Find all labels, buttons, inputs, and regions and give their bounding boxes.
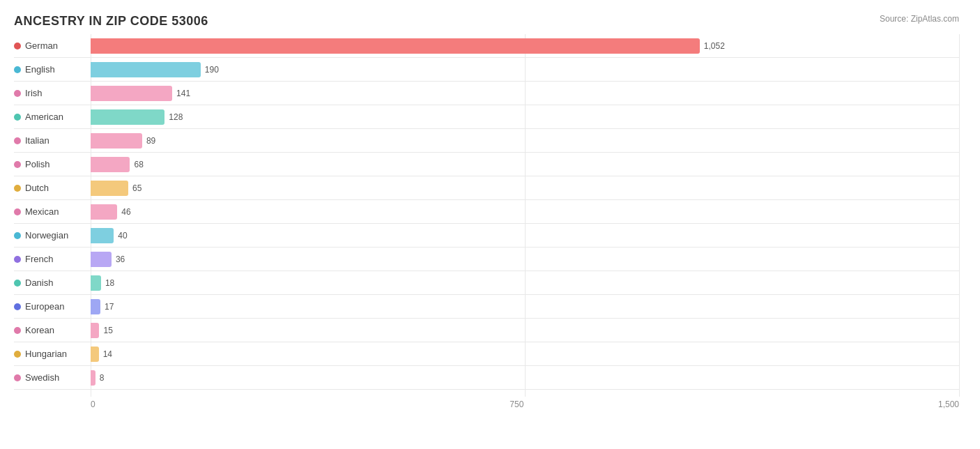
bar-track: 46 [91,204,959,220]
label-area: Danish [14,277,91,288]
label-area: Norwegian [14,230,91,241]
bar-row: Polish68 [14,153,959,176]
bar-value: 36 [116,254,125,264]
bar-label: Korean [25,325,54,335]
bar-label: European [25,301,64,312]
bar-label: Swedish [25,372,59,383]
bar-value: 18 [105,278,114,288]
bar-dot [14,185,21,192]
label-area: Mexican [14,206,91,217]
bar-row: Irish141 [14,82,959,105]
bar-value: 17 [105,302,114,312]
bar-row: European17 [14,295,959,319]
label-area: Hungarian [14,349,91,359]
bar-track: 128 [91,109,959,125]
bar-fill [91,252,112,267]
bar-track: 89 [91,133,959,149]
bar-row: American128 [14,105,959,129]
bar-fill [91,275,101,291]
bar-value: 15 [103,326,112,335]
x-axis-label: 750 [510,399,523,409]
bar-fill [91,133,142,149]
bar-fill [91,323,99,338]
label-area: Swedish [14,372,91,383]
bar-fill [91,109,164,125]
label-area: Dutch [14,183,91,193]
label-area: Italian [14,135,91,146]
bar-dot [14,90,21,97]
bar-track: 68 [91,157,959,172]
bar-track: 141 [91,86,959,101]
bar-row: Korean15 [14,319,959,342]
bar-dot [14,351,21,358]
label-area: German [14,40,91,51]
bar-fill [91,228,114,243]
bar-value: 40 [118,231,127,241]
x-axis: 07501,500 [14,399,959,409]
bar-track: 14 [91,347,959,362]
bar-fill [91,62,201,77]
bar-fill [91,347,99,362]
bar-track: 17 [91,299,959,314]
bar-dot [14,280,21,287]
bar-row: Dutch65 [14,176,959,200]
label-area: American [14,112,91,122]
bar-dot [14,327,21,334]
bar-label: English [25,64,55,75]
bar-value: 8 [100,373,105,383]
label-area: Korean [14,325,91,335]
label-area: Irish [14,88,91,98]
bar-row: Norwegian40 [14,224,959,248]
bar-track: 18 [91,275,959,291]
label-area: French [14,254,91,264]
bar-label: Hungarian [25,349,67,359]
bar-fill [91,204,117,220]
bar-chart: German1,052English190Irish141American128… [14,34,959,397]
bar-label: German [25,40,58,51]
bar-fill [91,299,100,314]
label-area: English [14,64,91,75]
bar-dot [14,43,21,50]
bar-value: 141 [176,89,190,98]
bar-row: French36 [14,248,959,271]
bar-dot [14,208,21,215]
bar-track: 65 [91,181,959,196]
bar-track: 8 [91,370,959,386]
bar-track: 1,052 [91,38,959,54]
bar-track: 36 [91,252,959,267]
bar-dot [14,303,21,310]
bar-row: English190 [14,58,959,82]
bar-value: 89 [146,136,155,146]
x-axis-label: 1,500 [938,399,959,409]
bar-row: Danish18 [14,271,959,295]
grid-line [959,34,960,397]
bar-dot [14,374,21,381]
chart-area: German1,052English190Irish141American128… [14,34,959,425]
bar-value: 190 [205,65,219,75]
bar-label: Danish [25,277,53,288]
bar-track: 40 [91,228,959,243]
bar-dot [14,256,21,263]
bar-value: 128 [169,112,183,122]
label-area: Polish [14,159,91,169]
bar-fill [91,181,128,196]
bar-row: Mexican46 [14,200,959,224]
bar-fill [91,370,95,386]
bar-track: 190 [91,62,959,77]
bar-value: 68 [134,160,143,169]
x-axis-label: 0 [91,399,95,409]
bar-label: Irish [25,88,43,98]
bar-fill [91,86,172,101]
bar-label: Italian [25,135,49,146]
bar-label: French [25,254,53,264]
label-area: European [14,301,91,312]
source-text: Source: ZipAtlas.com [880,14,959,24]
bar-dot [14,161,21,168]
bar-value: 46 [121,207,130,217]
bar-label: Norwegian [25,230,68,241]
bar-dot [14,114,21,121]
x-axis-labels: 07501,500 [91,399,959,409]
bar-label: Dutch [25,183,49,193]
bar-value: 65 [132,183,141,193]
bar-dot [14,232,21,239]
